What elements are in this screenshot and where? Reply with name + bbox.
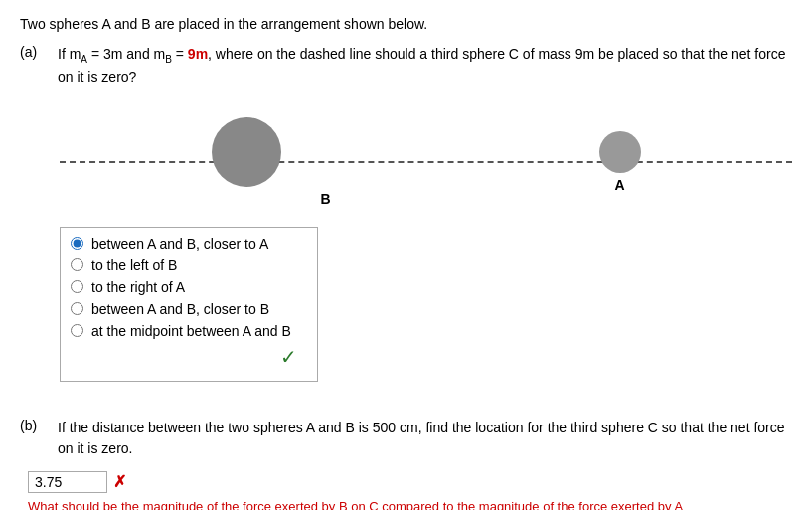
answer-row: ✗ (28, 471, 792, 493)
sphere-b (212, 117, 281, 187)
option-2-radio[interactable] (71, 258, 83, 271)
option-5-radio[interactable] (71, 324, 83, 337)
part-b-question: If the distance between the two spheres … (58, 418, 792, 459)
part-a-label: (a) (20, 44, 50, 97)
wrong-icon: ✗ (113, 472, 126, 491)
error-line1: What should be the magnitude of the forc… (28, 499, 683, 510)
option-4-radio[interactable] (71, 302, 83, 315)
option-5[interactable]: at the midpoint between A and B (71, 323, 301, 339)
part-a: (a) If mA = 3m and mB = 9m, where on the… (20, 44, 792, 402)
part-b: (b) If the distance between the two sphe… (20, 418, 792, 510)
part-b-label: (b) (20, 418, 50, 467)
option-2-label: to the left of B (91, 257, 177, 273)
option-1-radio[interactable] (71, 237, 83, 250)
option-1[interactable]: between A and B, closer to A (71, 236, 301, 252)
option-1-label: between A and B, closer to A (91, 236, 268, 252)
sphere-b-label: B (320, 191, 330, 207)
error-message: What should be the magnitude of the forc… (28, 497, 792, 510)
option-3[interactable]: to the right of A (71, 279, 301, 295)
part-a-question: If mA = 3m and mB = 9m, where on the das… (58, 44, 792, 87)
options-box: between A and B, closer to A to the left… (60, 227, 318, 382)
option-4-label: between A and B, closer to B (91, 301, 269, 317)
option-2[interactable]: to the left of B (71, 257, 301, 273)
sphere-a-label: A (614, 177, 624, 193)
answer-input[interactable] (28, 471, 107, 493)
diagram: B A (60, 117, 792, 207)
sphere-a (599, 131, 641, 173)
problem-intro: Two spheres A and B are placed in the ar… (20, 16, 792, 32)
option-4[interactable]: between A and B, closer to B (71, 301, 301, 317)
correct-checkmark: ✓ (71, 345, 301, 369)
option-5-label: at the midpoint between A and B (91, 323, 291, 339)
option-3-radio[interactable] (71, 280, 83, 293)
option-3-label: to the right of A (91, 279, 185, 295)
